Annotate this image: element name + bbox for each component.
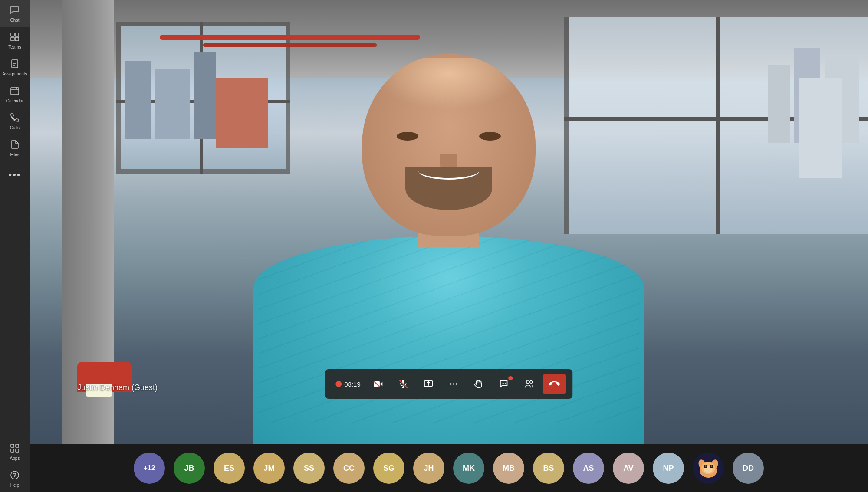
mic-button[interactable]: [392, 374, 414, 394]
sidebar-item-calendar[interactable]: Calendar: [0, 81, 30, 108]
guest-label: Justin Denham (Guest): [77, 383, 158, 392]
raise-hand-button[interactable]: [467, 374, 490, 394]
chat-notification-badge: [508, 376, 513, 380]
more-icon: •••: [8, 170, 21, 180]
sidebar-item-files[interactable]: Files: [0, 134, 30, 161]
svg-rect-3: [15, 37, 19, 41]
svg-rect-12: [11, 444, 14, 447]
participant-bs[interactable]: BS: [533, 453, 564, 484]
sidebar-item-help-label: Help: [10, 483, 20, 488]
help-icon: ?: [10, 470, 20, 482]
svg-rect-14: [11, 449, 14, 452]
svg-rect-1: [15, 33, 19, 36]
svg-point-27: [450, 383, 452, 385]
sidebar-item-teams-label: Teams: [8, 45, 21, 49]
participant-ss[interactable]: SS: [293, 453, 325, 484]
svg-point-31: [503, 383, 504, 384]
svg-point-28: [453, 383, 454, 385]
svg-rect-13: [16, 444, 19, 447]
files-icon: [10, 139, 20, 151]
recording-dot: [335, 381, 342, 387]
camera-button[interactable]: [367, 374, 389, 394]
sidebar-item-apps[interactable]: Apps: [0, 438, 30, 465]
participant-mk[interactable]: MK: [453, 453, 484, 484]
svg-text:?: ?: [13, 472, 17, 479]
sidebar-item-calls-label: Calls: [10, 125, 20, 130]
svg-point-33: [526, 380, 529, 384]
sidebar-item-files-label: Files: [10, 152, 19, 157]
participant-dd[interactable]: DD: [733, 453, 764, 484]
sidebar-item-apps-label: Apps: [10, 456, 20, 461]
sidebar-item-help[interactable]: ? Help: [0, 465, 30, 492]
sidebar-item-assignments[interactable]: Assignments: [0, 54, 30, 81]
svg-point-44: [711, 466, 713, 467]
calls-icon: [10, 112, 20, 124]
participant-jb[interactable]: JB: [174, 453, 205, 484]
participant-jm[interactable]: JM: [253, 453, 285, 484]
sidebar-item-calendar-label: Calendar: [6, 98, 24, 103]
participant-cc[interactable]: CC: [333, 453, 365, 484]
participant-icon[interactable]: [693, 453, 724, 484]
svg-rect-2: [11, 37, 14, 41]
svg-point-29: [455, 383, 457, 385]
calendar-icon: [10, 85, 20, 97]
assignments-icon: [10, 59, 20, 70]
participant-as[interactable]: AS: [573, 453, 604, 484]
participant-sg[interactable]: SG: [373, 453, 404, 484]
svg-point-30: [502, 383, 503, 384]
svg-point-43: [705, 466, 707, 467]
sidebar-item-chat-label: Chat: [10, 18, 19, 23]
participant-jh[interactable]: JH: [413, 453, 444, 484]
animal-avatar-icon: [693, 453, 724, 484]
svg-rect-15: [16, 449, 19, 452]
recording-timer: 08:19: [344, 380, 361, 388]
participant-es[interactable]: ES: [214, 453, 245, 484]
recording-indicator: 08:19: [332, 380, 364, 388]
overflow-participants[interactable]: +12: [134, 453, 165, 484]
video-area: Justin Denham (Guest) 08:19: [30, 0, 868, 444]
hang-up-button[interactable]: [543, 374, 566, 394]
svg-point-34: [530, 381, 533, 384]
show-participants-button[interactable]: [518, 374, 540, 394]
sidebar-item-more[interactable]: •••: [0, 161, 30, 188]
teams-icon: [10, 32, 20, 43]
participant-np[interactable]: NP: [653, 453, 684, 484]
participants-strip: +12 JB ES JM SS CC SG JH MK MB: [30, 444, 868, 492]
main-content: Justin Denham (Guest) 08:19: [30, 0, 868, 492]
svg-rect-8: [11, 88, 19, 95]
meeting-controls-bar: 08:19: [325, 369, 572, 399]
sidebar-item-teams[interactable]: Teams: [0, 27, 30, 54]
participant-av[interactable]: AV: [613, 453, 644, 484]
svg-marker-18: [379, 382, 382, 386]
sidebar-item-calls[interactable]: Calls: [0, 108, 30, 134]
share-screen-button[interactable]: [417, 374, 440, 394]
sidebar: Chat Teams Assignments: [0, 0, 30, 492]
more-actions-button[interactable]: [442, 374, 465, 394]
svg-point-32: [505, 383, 506, 384]
participant-mb[interactable]: MB: [493, 453, 524, 484]
reactions-button[interactable]: [493, 374, 515, 394]
sidebar-item-chat[interactable]: Chat: [0, 0, 30, 27]
chat-icon: [10, 5, 20, 16]
sidebar-item-assignments-label: Assignments: [2, 72, 27, 76]
apps-icon: [10, 443, 20, 455]
svg-rect-0: [11, 33, 14, 36]
